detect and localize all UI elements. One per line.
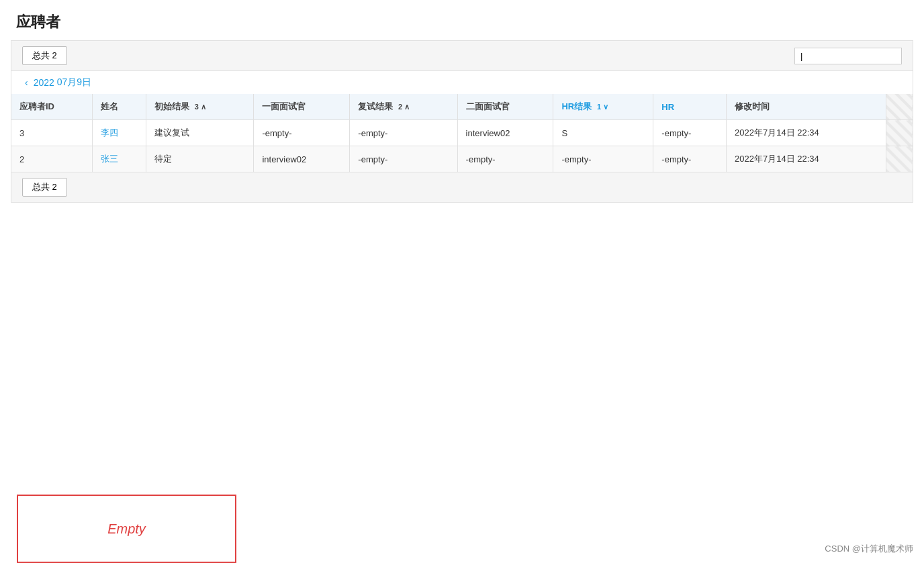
cell-name[interactable]: 李四 — [92, 120, 146, 146]
cell-initial_result: 待定 — [146, 146, 254, 172]
page-title: 应聘者 — [0, 0, 924, 40]
search-input[interactable] — [794, 48, 902, 64]
top-toolbar: 总共 2 — [11, 40, 913, 71]
cell-first_interviewer: -empty- — [254, 120, 350, 146]
date-year: 2022 — [34, 77, 54, 88]
striped-cell — [886, 146, 913, 172]
cell-initial_result: 建议复试 — [146, 120, 254, 146]
cell-name[interactable]: 张三 — [92, 146, 146, 172]
name-link[interactable]: 张三 — [101, 154, 118, 164]
col-header-first-interviewer: 一面面试官 — [254, 94, 350, 120]
date-month-day: 07月9日 — [57, 76, 91, 89]
col-header-hr: HR — [653, 94, 727, 120]
watermark: CSDN @计算机魔术师 — [825, 543, 913, 555]
cell-modified_time: 2022年7月14日 22:34 — [727, 120, 886, 146]
col-header-id: 应聘者ID — [11, 94, 92, 120]
cell-modified_time: 2022年7月14日 22:34 — [727, 146, 886, 172]
table-container: 应聘者ID 姓名 初始结果 3 ∧ 一面面试官 复试结果 2 ∧ 二面面试官 H… — [11, 94, 913, 172]
col-header-initial-result[interactable]: 初始结果 3 ∧ — [146, 94, 254, 120]
table-row: 2张三待定interview02-empty--empty--empty--em… — [11, 146, 913, 172]
cell-id: 3 — [11, 120, 92, 146]
col-header-name: 姓名 — [92, 94, 146, 120]
cell-hr_result: S — [553, 120, 653, 146]
cell-id: 2 — [11, 146, 92, 172]
sort-count-retest: 2 ∧ — [398, 103, 410, 111]
table-row: 3李四建议复试-empty--empty-interview02S-empty-… — [11, 120, 913, 146]
cell-hr: -empty- — [653, 146, 727, 172]
empty-box: Empty — [17, 495, 236, 563]
cell-second_interviewer: interview02 — [457, 120, 553, 146]
cell-hr: -empty- — [653, 120, 727, 146]
cell-retest_result: -empty- — [350, 120, 457, 146]
col-header-striped — [886, 94, 913, 120]
cell-retest_result: -empty- — [350, 146, 457, 172]
bottom-toolbar: 总共 2 — [11, 172, 913, 203]
name-link[interactable]: 李四 — [101, 127, 118, 138]
total-badge-top[interactable]: 总共 2 — [22, 46, 67, 65]
table-header-row: 应聘者ID 姓名 初始结果 3 ∧ 一面面试官 复试结果 2 ∧ 二面面试官 H… — [11, 94, 913, 120]
date-arrow-left[interactable]: ‹ — [25, 77, 28, 88]
col-header-hr-result[interactable]: HR结果 1 ∨ — [553, 94, 653, 120]
applicants-table: 应聘者ID 姓名 初始结果 3 ∧ 一面面试官 复试结果 2 ∧ 二面面试官 H… — [11, 94, 913, 172]
col-header-second-interviewer: 二面面试官 — [457, 94, 553, 120]
striped-cell — [886, 120, 913, 146]
sort-count-initial: 3 ∧ — [195, 103, 206, 111]
sort-count-hr: 1 ∨ — [597, 103, 608, 111]
cell-hr_result: -empty- — [553, 146, 653, 172]
cell-second_interviewer: -empty- — [457, 146, 553, 172]
cell-first_interviewer: interview02 — [254, 146, 350, 172]
total-badge-bottom[interactable]: 总共 2 — [22, 178, 67, 197]
col-header-modified-time: 修改时间 — [727, 94, 886, 120]
date-nav: ‹ 2022 07月9日 — [11, 71, 913, 94]
col-header-retest-result[interactable]: 复试结果 2 ∧ — [350, 94, 457, 120]
empty-text: Empty — [107, 521, 146, 537]
